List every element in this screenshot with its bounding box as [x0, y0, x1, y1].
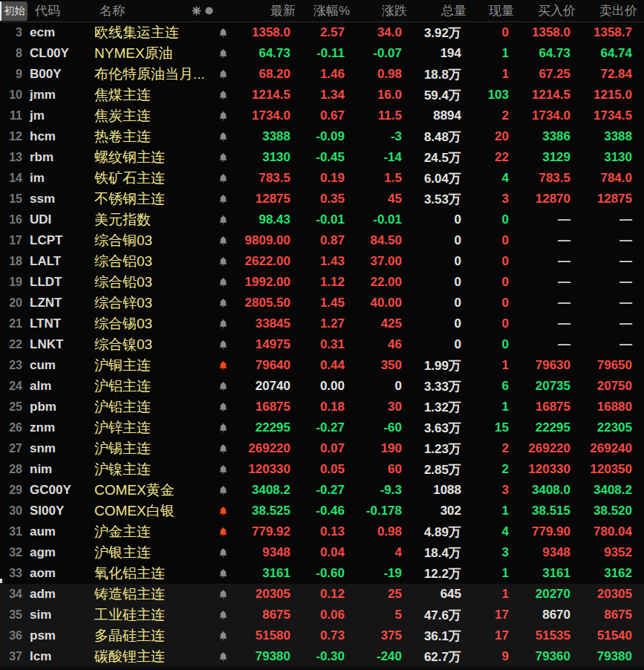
table-row[interactable]: 25 pbm 沪铅主连 16875 0.18 30 1.32万 1 16875 … [0, 397, 644, 417]
table-row[interactable]: 20 LZNT 综合锌03 2805.50 1.45 40.00 0 0 — — [0, 293, 644, 313]
total-volume: 0 [402, 254, 461, 269]
column-header-bid-price[interactable]: 买入价 [514, 2, 576, 19]
table-row[interactable]: 23 cum 沪铜主连 79640 0.44 350 1.99万 1 79630… [0, 355, 644, 376]
table-row[interactable]: 22 LNKT 综合镍03 14975 0.31 46 0 0 — — [0, 334, 644, 355]
table-row[interactable]: 32 agm 沪银主连 9348 0.04 4 18.4万 3 9348 935… [0, 542, 644, 563]
column-header-change-percent[interactable]: 涨幅% [296, 2, 350, 19]
alert-bell-icon[interactable] [213, 360, 232, 371]
table-row[interactable]: 35 sim 工业硅主连 8675 0.06 5 47.6万 17 8670 8… [0, 605, 644, 625]
alert-bell-icon[interactable] [213, 215, 232, 226]
initial-sort-button[interactable]: 初始 [0, 1, 27, 21]
alert-bell-icon[interactable] [213, 319, 232, 330]
table-row[interactable]: 14 im 铁矿石主连 783.5 0.19 1.5 6.04万 4 783.5… [0, 168, 644, 189]
alert-bell-icon[interactable] [213, 339, 232, 351]
alert-bell-icon[interactable] [213, 568, 232, 579]
table-row[interactable]: 36 psm 多晶硅主连 51580 0.73 375 36.1万 17 515… [0, 625, 644, 646]
table-row[interactable]: 33 aom 氧化铝主连 3161 -0.60 -19 12.2万 1 3161… [0, 563, 644, 584]
column-header-name[interactable]: 名称 [100, 2, 218, 19]
alert-bell-icon[interactable] [213, 298, 232, 309]
current-volume: 0 [461, 296, 509, 310]
symbol-name: 布伦特原油当月... [94, 65, 213, 84]
alert-bell-icon[interactable] [213, 194, 232, 205]
change-percent: -0.30 [290, 649, 345, 664]
alert-bell-icon[interactable] [213, 402, 232, 413]
symbol-code: znm [22, 420, 94, 435]
alert-bell-icon[interactable] [213, 651, 232, 663]
column-header-current-volume[interactable]: 现量 [466, 2, 514, 19]
table-row[interactable]: 17 LCPT 综合铜03 9809.00 0.87 84.50 0 0 — — [0, 230, 644, 251]
alert-bell-icon[interactable] [213, 423, 232, 434]
symbol-code: jm [22, 108, 94, 123]
column-header-ask-price[interactable]: 卖出价 [576, 2, 641, 19]
table-row[interactable]: 19 LLDT 综合铅03 1992.00 1.12 22.00 0 0 — — [0, 272, 644, 293]
change-value: 4 [345, 545, 402, 560]
table-row[interactable]: 31 aum 沪金主连 779.92 0.13 0.98 4.89万 4 779… [0, 521, 644, 542]
alert-bell-icon[interactable] [213, 610, 232, 621]
column-header-total-volume[interactable]: 总量 [407, 2, 466, 19]
bid-price: 3408.0 [509, 483, 570, 498]
current-volume: 6 [461, 379, 509, 394]
current-volume: 1 [461, 400, 509, 414]
table-row[interactable]: 12 hcm 热卷主连 3388 -0.09 -3 8.48万 20 3386 … [0, 126, 644, 147]
column-header-latest[interactable]: 最新 [238, 2, 296, 19]
alert-bell-icon[interactable] [213, 131, 232, 143]
table-row[interactable]: 27 snm 沪锡主连 269220 0.07 190 1.23万 2 2692… [0, 438, 644, 459]
alert-bell-icon[interactable] [213, 173, 232, 184]
ask-price: 1358.7 [570, 25, 636, 40]
alert-bell-icon[interactable] [213, 527, 232, 538]
column-header-change[interactable]: 涨跌 [350, 2, 407, 19]
table-row[interactable]: 11 jm 焦炭主连 1734.0 0.67 11.5 8894 2 1734.… [0, 105, 644, 126]
change-value: 5 [345, 608, 402, 622]
alert-bell-icon[interactable] [213, 547, 232, 559]
latest-price: 2805.50 [232, 296, 290, 310]
symbol-code: sim [22, 608, 94, 622]
table-row[interactable]: 16 UDI 美元指数 98.43 -0.01 -0.01 0 0 — — [0, 209, 644, 230]
table-row[interactable]: 24 alm 沪铝主连 20740 0.00 0 3.33万 6 20735 2… [0, 376, 644, 397]
table-row[interactable]: 3 ecm 欧线集运主连 1358.0 2.57 34.0 3.92万 0 13… [0, 22, 644, 43]
symbol-code: UDI [22, 212, 94, 227]
table-row[interactable]: 34 adm 铸造铝主连 20305 0.12 25 645 1 20270 2… [0, 584, 644, 605]
alert-bell-icon[interactable] [213, 485, 232, 496]
table-row[interactable]: 29 GC00Y COMEX黄金 3408.2 -0.27 -9.3 1088 … [0, 480, 644, 501]
symbol-code: snm [22, 441, 94, 456]
alert-bell-icon[interactable] [213, 277, 232, 288]
table-row[interactable]: 21 LTNT 综合锡03 33845 1.27 425 0 0 — — [0, 313, 644, 334]
alert-bell-icon[interactable] [213, 506, 232, 517]
alert-bell-icon[interactable] [213, 69, 232, 80]
alert-bell-icon[interactable] [213, 381, 232, 392]
table-row[interactable]: 30 SI00Y COMEX白银 38.525 -0.46 -0.178 302… [0, 501, 644, 521]
current-volume: 1 [461, 358, 509, 373]
table-row[interactable]: 13 rbm 螺纹钢主连 3130 -0.45 -14 24.5万 22 312… [0, 147, 644, 168]
alert-bell-icon[interactable] [213, 464, 232, 475]
total-volume: 0 [402, 316, 461, 331]
symbol-name: 热卷主连 [94, 127, 213, 146]
alert-bell-icon[interactable] [213, 48, 232, 59]
current-volume: 15 [461, 420, 509, 435]
table-row[interactable]: 15 ssm 不锈钢主连 12875 0.35 45 3.53万 3 12870… [0, 189, 644, 209]
table-row[interactable]: 9 B00Y 布伦特原油当月... 68.20 1.46 0.98 18.8万 … [0, 64, 644, 85]
alert-bell-icon[interactable] [213, 443, 232, 455]
alert-bell-icon[interactable] [213, 27, 232, 39]
alert-bell-icon[interactable] [213, 631, 232, 642]
alert-bell-icon[interactable] [213, 256, 232, 267]
latest-price: 269220 [232, 441, 290, 456]
symbol-name: 铸造铝主连 [94, 585, 213, 604]
table-row[interactable]: 37 lcm 碳酸锂主连 79380 -0.30 -240 62.7万 9 79… [0, 646, 644, 667]
ask-price: 3388 [570, 129, 636, 144]
table-row[interactable]: 10 jmm 焦煤主连 1214.5 1.34 16.0 59.4万 103 1… [0, 85, 644, 105]
latest-price: 20305 [232, 587, 290, 602]
table-row[interactable]: 8 CL00Y NYMEX原油 64.73 -0.11 -0.07 194 1 … [0, 43, 644, 64]
table-row[interactable]: 26 znm 沪锌主连 22295 -0.27 -60 3.63万 15 222… [0, 417, 644, 438]
alert-bell-icon[interactable] [213, 152, 232, 163]
symbol-name: 铁矿石主连 [94, 169, 213, 188]
column-header-code[interactable]: 代码 [27, 2, 100, 19]
alert-bell-icon[interactable] [213, 111, 232, 122]
table-row[interactable]: 28 nim 沪镍主连 120330 0.05 60 2.85万 2 12033… [0, 459, 644, 480]
alert-bell-icon[interactable] [213, 90, 232, 101]
table-row[interactable]: 18 LALT 综合铝03 2622.00 1.43 37.00 0 0 — — [0, 251, 644, 272]
alert-bell-icon[interactable] [213, 589, 232, 600]
latest-price: 79640 [232, 358, 290, 373]
latest-price: 120330 [232, 462, 290, 477]
total-volume: 0 [402, 296, 461, 310]
alert-bell-icon[interactable] [213, 235, 232, 247]
